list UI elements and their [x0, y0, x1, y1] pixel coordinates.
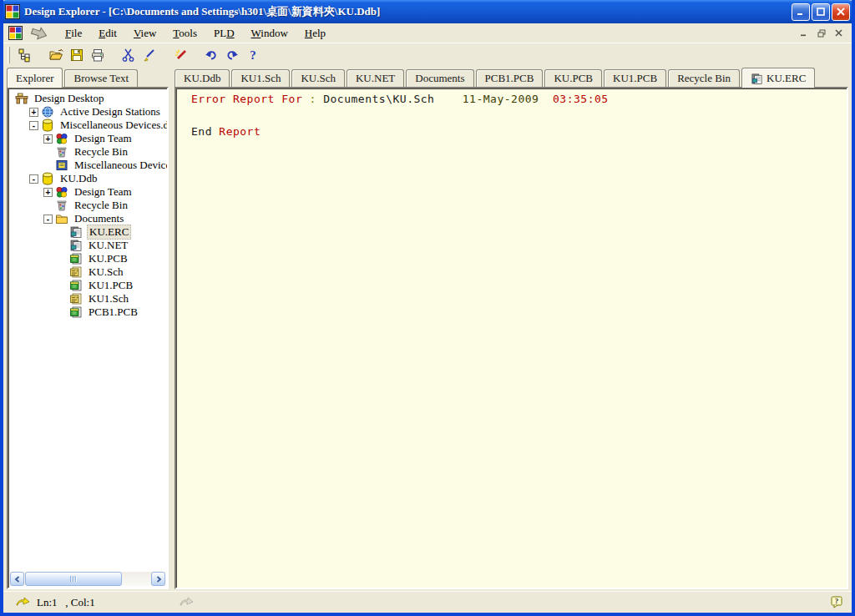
expand-icon[interactable]: +: [43, 134, 53, 144]
tree-item-recycle-bin[interactable]: Recycle Bin: [12, 199, 165, 212]
tab-ku-pcb[interactable]: KU.PCB: [544, 69, 602, 88]
tab-ku-net[interactable]: KU.NET: [347, 69, 404, 88]
tab-ku-erc[interactable]: KU.ERC: [741, 68, 815, 88]
textdoc-icon: [69, 225, 83, 239]
tree-item-ku-sch[interactable]: KU.Sch: [12, 265, 165, 279]
mdi-close-button[interactable]: [831, 27, 847, 40]
panel-tab-browse-text[interactable]: Browse Text: [64, 69, 138, 88]
menu-pld[interactable]: PLD: [206, 25, 242, 42]
menu-window[interactable]: Window: [244, 25, 296, 42]
tab-ku1-sch[interactable]: KU1.Sch: [231, 69, 290, 88]
tab-label: KU.PCB: [554, 72, 593, 85]
clipboard-button[interactable]: [139, 45, 159, 64]
tree-item-label: PCB1.PCB: [87, 305, 139, 319]
tree-item-label: KU.Sch: [87, 265, 125, 279]
explorer-panel: ExplorerBrowse Text Design Desktop+Activ…: [7, 68, 169, 589]
tree-item-documents[interactable]: -Documents: [12, 212, 165, 225]
menu-file[interactable]: File: [58, 25, 89, 42]
scroll-thumb[interactable]: [25, 572, 122, 586]
design-manager-button[interactable]: [14, 45, 35, 64]
help-button[interactable]: ?: [242, 45, 263, 64]
mdi-minimize-button[interactable]: [796, 27, 812, 40]
tree-item-ku-pcb[interactable]: KU.PCB: [12, 252, 165, 265]
menu-edit[interactable]: Edit: [91, 25, 124, 42]
undo-icon: [204, 48, 219, 63]
tree-horizontal-scrollbar[interactable]: [10, 572, 165, 586]
schdoc-icon: [69, 292, 83, 305]
tree-item-label: Active Design Stations: [58, 105, 162, 119]
redo-button[interactable]: [221, 45, 242, 64]
tree-item-ku1-pcb[interactable]: KU1.PCB: [12, 279, 165, 292]
recycle-icon: [55, 199, 69, 212]
wand-button[interactable]: [169, 45, 190, 64]
help-button[interactable]: ?: [828, 595, 845, 610]
toolbar-grip[interactable]: [8, 47, 10, 63]
scroll-track[interactable]: [24, 572, 151, 586]
collapse-icon[interactable]: -: [29, 121, 38, 130]
cursor-position: Ln:1 , Col:1: [37, 596, 95, 609]
collapse-icon[interactable]: -: [29, 174, 38, 184]
tab-recycle-bin[interactable]: Recycle Bin: [668, 69, 740, 88]
tree-item-label: Design Team: [73, 132, 134, 145]
menu-help[interactable]: Help: [297, 25, 333, 42]
tab-ku1-pcb[interactable]: KU1.PCB: [604, 69, 666, 88]
collapse-icon[interactable]: -: [43, 215, 53, 224]
mdi-restore-button[interactable]: [813, 27, 829, 40]
report-line: [191, 104, 843, 115]
menu-bar: FileEditViewToolsPLDWindowHelp: [3, 23, 852, 43]
panel-tab-explorer[interactable]: Explorer: [7, 68, 63, 88]
tab-label: KU.ERC: [766, 72, 806, 85]
tab-label: KU.NET: [356, 72, 395, 85]
tree-item-ku1-sch[interactable]: KU1.Sch: [12, 292, 165, 305]
menu-tools[interactable]: Tools: [165, 25, 205, 42]
tree-item-design-desktop[interactable]: Design Desktop: [12, 92, 165, 105]
tree-item-pcb1-pcb[interactable]: PCB1.PCB: [12, 305, 165, 319]
save-button[interactable]: [66, 45, 87, 64]
expand-icon[interactable]: +: [43, 188, 53, 197]
tree-item-active-design-stations[interactable]: +Active Design Stations: [12, 105, 165, 119]
maximize-button[interactable]: [812, 3, 830, 21]
minimize-button[interactable]: [792, 3, 810, 21]
wand-icon: [173, 48, 188, 63]
document-panel: KU.DdbKU1.SchKU.SchKU.NETDocumentsPCB1.P…: [175, 68, 848, 589]
cursor-arrow-icon: [15, 596, 30, 609]
tree-item-ku-ddb[interactable]: -KU.Ddb: [12, 172, 165, 185]
pcbdoc-icon: [69, 305, 83, 319]
textdoc-icon: [751, 73, 763, 85]
tree-item-label: Documents: [73, 212, 125, 225]
report-text: 03:35:05: [553, 93, 609, 105]
tab-ku-sch[interactable]: KU.Sch: [291, 69, 345, 88]
menu-arrow-icon[interactable]: [29, 26, 49, 41]
undo-button[interactable]: [200, 45, 221, 64]
stations-icon: [41, 105, 55, 119]
tab-label: Recycle Bin: [677, 72, 731, 85]
cut-button[interactable]: [118, 45, 139, 64]
tree-item-recycle-bin[interactable]: Recycle Bin: [12, 145, 165, 159]
tab-label: KU.Sch: [301, 72, 336, 85]
open-button[interactable]: [45, 45, 66, 64]
report-text: Documents\KU.Sch: [323, 93, 434, 105]
tree-item-ku-net[interactable]: KU.NET: [12, 239, 165, 252]
database-icon: [41, 119, 55, 132]
menubar-menus: FileEditViewToolsPLDWindowHelp: [58, 25, 796, 42]
scroll-left-button[interactable]: [10, 572, 24, 586]
tree-item-design-team[interactable]: +Design Team: [12, 185, 165, 199]
secondary-arrow-icon: [179, 596, 194, 609]
tab-documents[interactable]: Documents: [406, 69, 473, 88]
tree-item-ku-erc[interactable]: KU.ERC: [12, 225, 165, 239]
tree-item-miscellaneous-devices-ddb[interactable]: -Miscellaneous Devices.ddb: [12, 119, 165, 132]
tab-pcb1-pcb[interactable]: PCB1.PCB: [476, 69, 544, 88]
tab-ku-ddb[interactable]: KU.Ddb: [175, 69, 230, 88]
scroll-right-button[interactable]: [151, 572, 165, 586]
tree-item-miscellaneous-devices-lib[interactable]: Miscellaneous Devices.lib: [12, 159, 165, 172]
expand-icon[interactable]: +: [29, 108, 38, 117]
report-text: [539, 93, 553, 105]
close-button[interactable]: [832, 3, 850, 21]
tree-item-design-team[interactable]: +Design Team: [12, 132, 165, 145]
report-text: 11-May-2009: [463, 93, 539, 105]
error-report-view[interactable]: Error Report For : Documents\KU.Sch 11-M…: [175, 87, 848, 589]
tab-label: PCB1.PCB: [485, 72, 534, 85]
document-app-icon[interactable]: [8, 26, 23, 40]
print-button[interactable]: [87, 45, 108, 64]
menu-view[interactable]: View: [126, 25, 164, 42]
